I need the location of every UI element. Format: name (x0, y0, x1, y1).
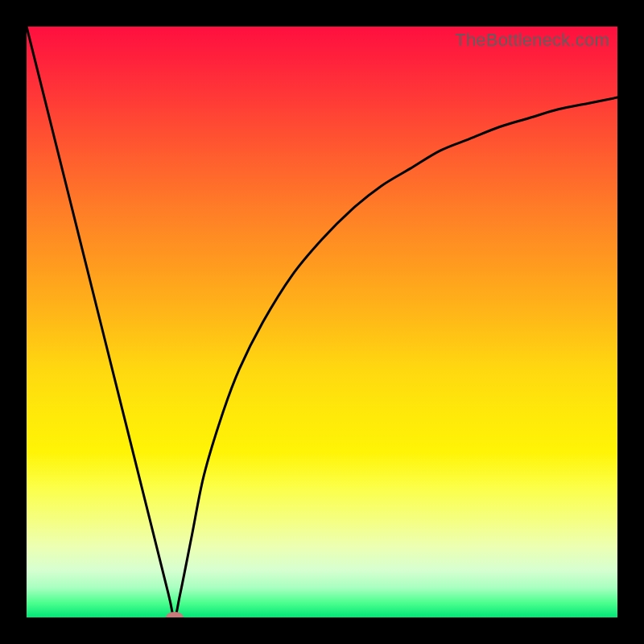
minimum-marker (166, 612, 184, 617)
chart-frame: TheBottleneck.com (0, 0, 644, 644)
curve-layer (27, 27, 617, 617)
plot-area: TheBottleneck.com (27, 27, 617, 617)
bottleneck-curve (27, 27, 617, 617)
watermark-text: TheBottleneck.com (455, 30, 609, 51)
